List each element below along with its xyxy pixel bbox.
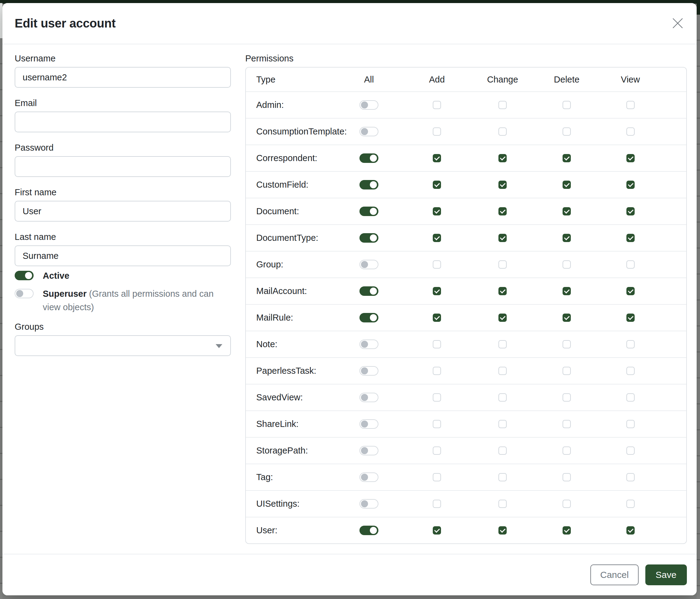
view-checkbox[interactable] xyxy=(626,447,635,455)
last-name-field[interactable] xyxy=(15,245,231,266)
delete-checkbox[interactable] xyxy=(562,473,571,481)
change-checkbox[interactable] xyxy=(498,500,507,508)
all-toggle[interactable] xyxy=(359,366,378,376)
view-checkbox[interactable] xyxy=(626,154,635,162)
all-toggle[interactable] xyxy=(359,526,378,535)
change-checkbox[interactable] xyxy=(498,447,507,455)
view-checkbox[interactable] xyxy=(626,260,635,269)
delete-checkbox[interactable] xyxy=(562,101,571,109)
add-checkbox[interactable] xyxy=(433,260,441,269)
save-button[interactable]: Save xyxy=(645,565,687,585)
email-field[interactable] xyxy=(15,112,231,132)
add-checkbox[interactable] xyxy=(433,101,441,109)
superuser-row: Superuser (Grants all permissions and ca… xyxy=(15,289,231,314)
all-toggle[interactable] xyxy=(359,180,378,190)
add-checkbox[interactable] xyxy=(433,393,441,402)
delete-checkbox[interactable] xyxy=(562,154,571,162)
delete-checkbox[interactable] xyxy=(562,260,571,269)
view-checkbox[interactable] xyxy=(626,526,635,534)
permission-type-label: Correspondent: xyxy=(246,153,334,163)
delete-checkbox[interactable] xyxy=(562,287,571,295)
add-checkbox[interactable] xyxy=(433,526,441,534)
all-toggle[interactable] xyxy=(359,207,378,216)
view-checkbox[interactable] xyxy=(626,287,635,295)
delete-checkbox[interactable] xyxy=(562,340,571,349)
delete-checkbox[interactable] xyxy=(562,181,571,189)
cancel-button[interactable]: Cancel xyxy=(590,565,638,585)
first-name-field[interactable] xyxy=(15,201,231,221)
change-checkbox[interactable] xyxy=(498,340,507,349)
all-toggle[interactable] xyxy=(359,393,378,402)
view-checkbox[interactable] xyxy=(626,181,635,189)
view-checkbox[interactable] xyxy=(626,101,635,109)
add-checkbox[interactable] xyxy=(433,500,441,508)
add-checkbox[interactable] xyxy=(433,447,441,455)
add-checkbox[interactable] xyxy=(433,287,441,295)
groups-select[interactable] xyxy=(15,335,231,356)
all-toggle[interactable] xyxy=(359,286,378,296)
change-checkbox[interactable] xyxy=(498,260,507,269)
change-checkbox[interactable] xyxy=(498,526,507,534)
add-checkbox[interactable] xyxy=(433,207,441,215)
change-checkbox[interactable] xyxy=(498,314,507,322)
delete-checkbox[interactable] xyxy=(562,234,571,242)
add-checkbox[interactable] xyxy=(433,154,441,162)
add-checkbox[interactable] xyxy=(433,181,441,189)
all-toggle[interactable] xyxy=(359,260,378,269)
add-checkbox[interactable] xyxy=(433,234,441,242)
all-toggle[interactable] xyxy=(359,233,378,243)
superuser-toggle[interactable] xyxy=(15,289,33,298)
change-checkbox[interactable] xyxy=(498,127,507,136)
all-toggle[interactable] xyxy=(359,153,378,163)
username-input[interactable] xyxy=(15,67,231,88)
add-checkbox[interactable] xyxy=(433,127,441,136)
close-button[interactable] xyxy=(671,17,684,30)
delete-checkbox[interactable] xyxy=(562,447,571,455)
add-checkbox[interactable] xyxy=(433,367,441,375)
all-toggle[interactable] xyxy=(359,339,378,349)
password-field[interactable] xyxy=(15,156,231,177)
add-checkbox[interactable] xyxy=(433,340,441,349)
view-checkbox[interactable] xyxy=(626,473,635,481)
all-toggle[interactable] xyxy=(359,446,378,455)
delete-checkbox[interactable] xyxy=(562,367,571,375)
all-toggle[interactable] xyxy=(359,313,378,322)
view-checkbox[interactable] xyxy=(626,393,635,402)
change-checkbox[interactable] xyxy=(498,420,507,428)
change-checkbox[interactable] xyxy=(498,367,507,375)
modal-footer: Cancel Save xyxy=(2,554,697,595)
delete-checkbox[interactable] xyxy=(562,393,571,402)
add-checkbox[interactable] xyxy=(433,420,441,428)
active-toggle[interactable] xyxy=(15,271,33,280)
add-checkbox[interactable] xyxy=(433,314,441,322)
add-checkbox[interactable] xyxy=(433,473,441,481)
permission-type-label: ConsumptionTemplate: xyxy=(246,126,334,137)
change-checkbox[interactable] xyxy=(498,101,507,109)
all-toggle[interactable] xyxy=(359,127,378,136)
change-checkbox[interactable] xyxy=(498,393,507,402)
delete-checkbox[interactable] xyxy=(562,314,571,322)
change-checkbox[interactable] xyxy=(498,207,507,215)
view-checkbox[interactable] xyxy=(626,207,635,215)
all-toggle[interactable] xyxy=(359,473,378,482)
change-checkbox[interactable] xyxy=(498,473,507,481)
delete-checkbox[interactable] xyxy=(562,207,571,215)
change-checkbox[interactable] xyxy=(498,234,507,242)
view-checkbox[interactable] xyxy=(626,340,635,349)
all-toggle[interactable] xyxy=(359,419,378,429)
delete-checkbox[interactable] xyxy=(562,500,571,508)
view-checkbox[interactable] xyxy=(626,314,635,322)
view-checkbox[interactable] xyxy=(626,127,635,136)
view-checkbox[interactable] xyxy=(626,420,635,428)
change-checkbox[interactable] xyxy=(498,154,507,162)
delete-checkbox[interactable] xyxy=(562,127,571,136)
view-checkbox[interactable] xyxy=(626,234,635,242)
all-toggle[interactable] xyxy=(359,100,378,110)
all-toggle[interactable] xyxy=(359,499,378,508)
view-checkbox[interactable] xyxy=(626,500,635,508)
delete-checkbox[interactable] xyxy=(562,526,571,534)
change-checkbox[interactable] xyxy=(498,181,507,189)
change-checkbox[interactable] xyxy=(498,287,507,295)
view-checkbox[interactable] xyxy=(626,367,635,375)
delete-checkbox[interactable] xyxy=(562,420,571,428)
